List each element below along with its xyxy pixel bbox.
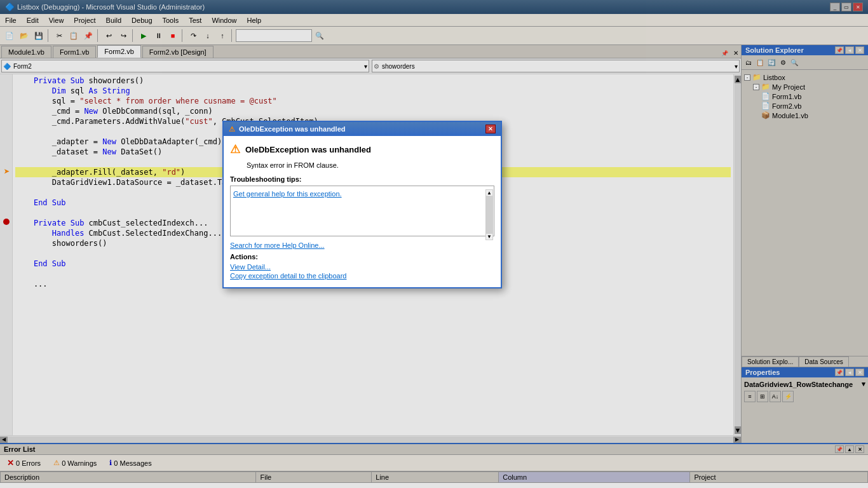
pp-icon-list[interactable]: ≡ — [744, 391, 756, 402]
scroll-left[interactable]: ◀ — [0, 437, 8, 443]
se-close[interactable]: ✕ — [855, 46, 864, 54]
close-button[interactable]: ✕ — [853, 3, 863, 11]
tb-new[interactable]: 📄 — [3, 29, 17, 43]
tree-solution[interactable]: - 📁 Listbox — [744, 72, 865, 82]
warnings-label: 0 Warnings — [62, 459, 97, 467]
se-title: Solution Explorer — [745, 46, 804, 54]
tb-open[interactable]: 📂 — [17, 29, 31, 43]
sep3 — [132, 29, 135, 42]
expand-solution[interactable]: - — [744, 74, 750, 81]
tb-undo[interactable]: ↩ — [102, 29, 116, 43]
tb-copy[interactable]: 📋 — [67, 29, 81, 43]
tab-solution-explorer[interactable]: Solution Explo... — [742, 356, 799, 367]
tree-myproject[interactable]: - 📁 My Project — [744, 82, 865, 92]
minimize-button[interactable]: _ — [830, 3, 840, 11]
pp-header-controls: 📌 ◂ ✕ — [835, 369, 864, 376]
messages-filter-btn[interactable]: ℹ 0 Messages — [105, 457, 156, 469]
menu-tools[interactable]: Tools — [158, 14, 184, 26]
pp-object: DataGridview1_RowStatechange ▾ — [744, 380, 865, 388]
menu-test[interactable]: Test — [184, 14, 207, 26]
tab-form1[interactable]: Form1.vb — [53, 46, 96, 58]
tb-pause[interactable]: ⏸ — [151, 29, 165, 43]
scroll-down[interactable]: ▼ — [735, 426, 741, 434]
exception-dialog[interactable]: ⚠ OleDbException was unhandled ✕ ⚠ OleDb… — [222, 121, 502, 288]
tab-form2[interactable]: Form2.vb — [97, 45, 140, 58]
tips-scroll-up[interactable]: ▲ — [487, 190, 492, 196]
find-input[interactable] — [236, 29, 312, 42]
se-tb-1[interactable]: 🗂 — [743, 57, 754, 68]
se-tb-3[interactable]: 🔄 — [766, 57, 777, 68]
sep2 — [97, 29, 100, 42]
tb-save[interactable]: 💾 — [32, 29, 46, 43]
pp-close[interactable]: ✕ — [855, 369, 864, 376]
pp-arrow[interactable]: ◂ — [845, 369, 854, 376]
menu-debug[interactable]: Debug — [126, 14, 157, 26]
restore-button[interactable]: ▭ — [841, 3, 851, 11]
tree-form1[interactable]: 📄 Form1.vb — [744, 92, 865, 101]
error-list-close[interactable]: ✕ — [855, 445, 864, 453]
title-text: Listbox (Debugging) - Microsoft Visual S… — [17, 3, 205, 11]
menu-edit[interactable]: Edit — [22, 14, 44, 26]
pp-pin[interactable]: 📌 — [835, 369, 844, 376]
dialog-close-button[interactable]: ✕ — [485, 125, 496, 133]
col-project[interactable]: Project — [690, 472, 868, 483]
copy-exception-link[interactable]: Copy exception detail to the clipboard — [230, 272, 494, 280]
se-tb-4[interactable]: ⚙ — [777, 57, 789, 68]
tb-redo[interactable]: ↪ — [116, 29, 130, 43]
tab-pin-button[interactable]: 📌 — [720, 49, 729, 58]
gutter-20 — [0, 268, 12, 278]
tb-stepinto[interactable]: ↓ — [201, 29, 215, 43]
col-column[interactable]: Column — [499, 472, 690, 483]
gutter-3 — [0, 95, 12, 105]
tips-scroll-down[interactable]: ▼ — [487, 234, 492, 240]
se-pin[interactable]: 📌 — [835, 46, 844, 54]
menu-view[interactable]: View — [44, 14, 69, 26]
pp-icon-events[interactable]: ⚡ — [782, 391, 794, 402]
pp-icon-cat[interactable]: ⊞ — [757, 391, 768, 402]
tb-stepover[interactable]: ↷ — [186, 29, 200, 43]
tree-form2[interactable]: 📄 Form2.vb — [744, 101, 865, 111]
tab-module1[interactable]: Module1.vb — [1, 46, 51, 58]
tb-stepout[interactable]: ↑ — [215, 29, 229, 43]
tb-stop[interactable]: ■ — [166, 29, 180, 43]
expand-myproject[interactable]: - — [753, 84, 759, 90]
horiz-scrollbar[interactable]: ◀ ▶ — [0, 435, 741, 443]
search-more-link[interactable]: Search for more Help Online... — [230, 241, 494, 249]
tree-module1[interactable]: 📦 Module1.vb — [744, 111, 865, 120]
code-dropdown-right[interactable]: ⚙ showorders ▾ — [372, 60, 740, 72]
se-tb-2[interactable]: 📋 — [754, 57, 766, 68]
warnings-filter-btn[interactable]: ⚠ 0 Warnings — [49, 457, 101, 469]
code-dropdown-left[interactable]: 🔷 Form2 ▾ — [1, 60, 369, 72]
se-arrow[interactable]: ◂ — [845, 46, 854, 54]
pp-icon-az[interactable]: A↓ — [770, 391, 781, 402]
col-file[interactable]: File — [256, 472, 372, 483]
scroll-track[interactable] — [735, 83, 741, 426]
errors-filter-btn[interactable]: ✕ 0 Errors — [3, 456, 45, 470]
pp-object-dropdown[interactable]: ▾ — [862, 380, 865, 388]
col-line[interactable]: Line — [372, 472, 499, 483]
se-tb-5[interactable]: 🔍 — [789, 57, 800, 68]
tab-data-sources[interactable]: Data Sources — [799, 356, 849, 367]
tab-form2-design[interactable]: Form2.vb [Design] — [142, 46, 214, 58]
tb-cut[interactable]: ✂ — [52, 29, 66, 43]
menu-file[interactable]: File — [0, 14, 22, 26]
error-list-pin[interactable]: 📌 — [835, 445, 844, 453]
code-scrollbar[interactable]: ▲ ▼ — [733, 74, 741, 435]
error-list-arrow[interactable]: ▲ — [845, 445, 854, 453]
tab-close-x[interactable]: ✕ — [732, 48, 740, 58]
menu-build[interactable]: Build — [101, 14, 126, 26]
tips-scroll-track[interactable]: ▲ ▼ — [485, 189, 493, 240]
gutter-5 — [0, 115, 12, 125]
menu-window[interactable]: Window — [207, 14, 241, 26]
tips-link[interactable]: Get general help for this exception. — [233, 190, 491, 198]
scroll-right[interactable]: ▶ — [733, 437, 741, 443]
scroll-up[interactable]: ▲ — [735, 76, 741, 83]
menu-project[interactable]: Project — [69, 14, 100, 26]
menu-help[interactable]: Help — [242, 14, 267, 26]
tb-find[interactable]: 🔍 — [313, 29, 327, 43]
tb-paste[interactable]: 📌 — [81, 29, 95, 43]
view-detail-link[interactable]: View Detail... — [230, 263, 494, 271]
tb-start[interactable]: ▶ — [137, 29, 151, 43]
col-description[interactable]: Description — [1, 472, 256, 483]
tips-box[interactable]: Get general help for this exception. — [230, 186, 494, 236]
